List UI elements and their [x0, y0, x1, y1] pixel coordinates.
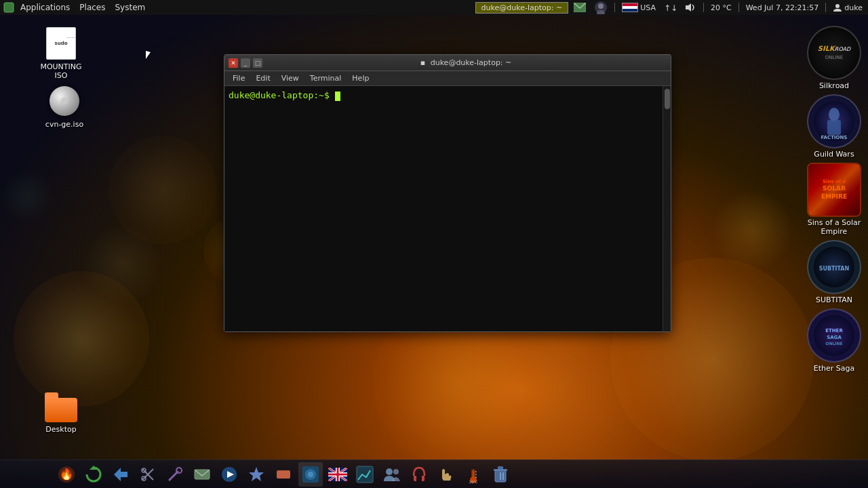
terminal-minimize-button[interactable]: _: [241, 58, 250, 68]
topbar-sep2: [703, 3, 704, 12]
svg-rect-51: [473, 470, 475, 479]
user-avatar[interactable]: [591, 1, 610, 14]
taskbar-trash[interactable]: [488, 462, 513, 487]
desktop-icon-desktop-folder[interactable]: Desktop: [34, 390, 88, 434]
flag-icon: [622, 3, 638, 12]
svg-marker-22: [114, 468, 127, 481]
svg-point-9: [829, 108, 840, 121]
game-icon-guildwars[interactable]: FACTIONS Guild Wars: [807, 94, 861, 159]
datetime: Wed Jul 7, 22:21:57: [743, 3, 822, 12]
svg-text:ONLINE: ONLINE: [825, 341, 842, 346]
terminal-maximize-button[interactable]: □: [253, 58, 262, 68]
terminal-menu-terminal[interactable]: Terminal: [304, 73, 347, 84]
guildwars-icon-img: FACTIONS: [807, 94, 861, 148]
subtitan-label: SUBTITAN: [816, 296, 852, 304]
network-indicator[interactable]: ↑↓: [661, 2, 679, 13]
topbar-left: Applications Places System: [3, 1, 149, 14]
svg-text:SAGA: SAGA: [827, 335, 842, 340]
svg-text:FACTIONS: FACTIONS: [821, 135, 848, 140]
taskbar-eraser[interactable]: [271, 462, 296, 487]
game-icon-sins[interactable]: Sins of a SOLAREMPIRE Sins of a SolarEmp…: [807, 163, 861, 236]
svg-point-48: [393, 469, 399, 474]
desktop-icon[interactable]: [3, 1, 15, 14]
topbar-sep4: [825, 3, 826, 12]
svg-text:ETHER: ETHER: [825, 328, 843, 333]
terminal-icon: ▪: [420, 58, 425, 67]
desktop-icon-mounting-iso[interactable]: sudo MOUNTING ISO: [34, 27, 88, 80]
terminal-cursor: [335, 92, 340, 101]
terminal-menu-file[interactable]: File: [227, 73, 250, 84]
svg-line-27: [170, 472, 178, 480]
ethersaga-icon-img: ETHER SAGA ONLINE: [807, 308, 861, 363]
svg-rect-10: [827, 120, 841, 135]
svg-point-36: [308, 472, 313, 477]
svg-rect-33: [277, 470, 290, 479]
taskbar-email[interactable]: [190, 462, 214, 487]
topbar: Applications Places System duke@duke-lap…: [0, 0, 868, 15]
mounting-iso-label: MOUNTING ISO: [34, 62, 88, 80]
terminal-title: ▪ duke@duke-laptop: ~: [265, 58, 667, 67]
username: duke: [844, 3, 863, 12]
menu-places[interactable]: Places: [75, 1, 109, 14]
terminal-menu-view[interactable]: View: [276, 73, 304, 84]
temperature: 20 °C: [708, 3, 734, 12]
svg-point-47: [386, 468, 393, 475]
mounting-iso-icon: sudo: [45, 27, 77, 60]
silkroad-text: SILKROADONLINE: [818, 45, 850, 61]
taskbar-flag[interactable]: [326, 462, 350, 487]
desktop-icon-cvn-ge-iso[interactable]: cvn-ge.iso: [37, 85, 92, 129]
game-icon-ethersaga[interactable]: ETHER SAGA ONLINE Ether Saga: [807, 308, 861, 373]
terminal-titlebar: ✕ _ □ ▪ duke@duke-laptop: ~: [224, 55, 671, 71]
svg-point-7: [835, 4, 840, 8]
flag-indicator[interactable]: USA: [619, 3, 658, 12]
svg-rect-57: [494, 469, 507, 471]
taskbar-media[interactable]: [217, 462, 241, 487]
topbar-right: duke@duke-laptop: ~ USA ↑↓ 20: [475, 1, 865, 14]
taskbar-arrow[interactable]: [108, 462, 133, 487]
game-icon-silkroad[interactable]: SILKROADONLINE Silkroad: [807, 26, 861, 90]
taskbar-wrench[interactable]: [163, 462, 187, 487]
terminal-close-button[interactable]: ✕: [229, 58, 238, 68]
email-indicator[interactable]: [571, 3, 589, 12]
svg-text:↑↓: ↑↓: [664, 3, 676, 13]
svg-marker-32: [249, 467, 264, 481]
terminal-scrollbar[interactable]: [663, 86, 671, 331]
svg-rect-45: [328, 473, 347, 475]
desktop-folder-icon: [45, 390, 77, 422]
sins-label: Sins of a SolarEmpire: [808, 218, 861, 236]
guildwars-label: Guild Wars: [814, 150, 854, 159]
taskbar-firefox[interactable]: 🔥: [54, 462, 79, 487]
taskbar-temp[interactable]: 20°C: [461, 462, 486, 487]
terminal-menubar: File Edit View Terminal Help: [224, 71, 671, 86]
desktop-folder-label: Desktop: [45, 425, 76, 434]
topbar-sep3: [738, 3, 739, 12]
taskbar-headphones[interactable]: [407, 462, 431, 487]
svg-text:20°C: 20°C: [469, 480, 478, 484]
user-indicator[interactable]: duke: [830, 3, 865, 12]
menu-system[interactable]: System: [111, 1, 149, 14]
terminal-menu-help[interactable]: Help: [347, 73, 374, 84]
taskbar: 🔥: [0, 460, 868, 488]
silkroad-label: Silkroad: [819, 81, 849, 90]
taskbar-hand[interactable]: [434, 462, 458, 487]
taskbar-star[interactable]: [244, 462, 269, 487]
taskbar-scissors[interactable]: [136, 462, 160, 487]
taskbar-steam[interactable]: [298, 462, 323, 487]
menu-applications[interactable]: Applications: [16, 1, 74, 14]
terminal-body[interactable]: duke@duke-laptop:~$: [224, 86, 671, 331]
taskbar-update[interactable]: [81, 462, 106, 487]
svg-marker-6: [686, 3, 691, 12]
taskbar-users[interactable]: [380, 462, 404, 487]
window-indicator[interactable]: duke@duke-laptop: ~: [475, 2, 569, 14]
svg-rect-0: [4, 3, 14, 12]
volume-indicator[interactable]: [682, 2, 699, 13]
svg-text:🔥: 🔥: [60, 468, 73, 481]
terminal-menu-edit[interactable]: Edit: [250, 73, 275, 84]
topbar-sep1: [614, 3, 615, 12]
mouse-cursor: [146, 51, 151, 59]
game-icon-subtitan[interactable]: SUBTITAN SUBTITAN: [807, 240, 861, 304]
game-sidebar: SILKROADONLINE Silkroad FACTIONS Guild W…: [800, 20, 868, 380]
scrollbar-thumb[interactable]: [665, 89, 670, 109]
taskbar-chart[interactable]: [353, 462, 377, 487]
terminal-window[interactable]: ✕ _ □ ▪ duke@duke-laptop: ~ File Edit Vi…: [224, 54, 671, 332]
